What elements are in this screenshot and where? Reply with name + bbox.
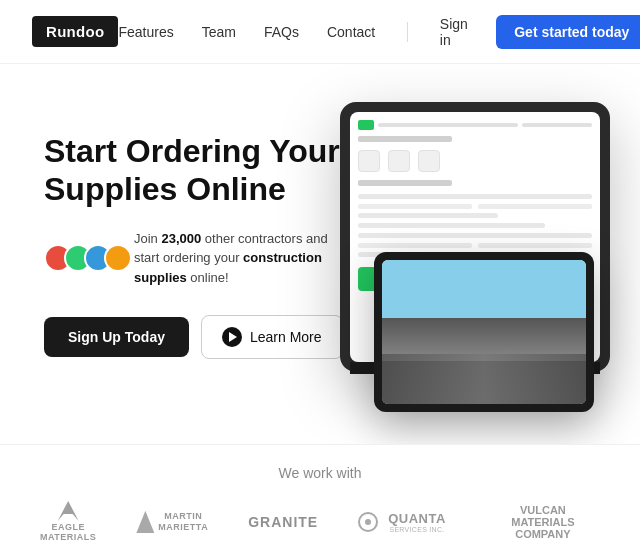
tablet-icon-2 bbox=[388, 150, 410, 172]
tablet-header-line-2 bbox=[522, 123, 592, 127]
hero-section: Start Ordering Your Supplies Online Join… bbox=[0, 64, 640, 444]
tablet-cell-3 bbox=[358, 243, 472, 248]
tablet-icon-3 bbox=[418, 150, 440, 172]
vulcan-logo-text: Vulcan Materials Company bbox=[486, 504, 600, 540]
tablet-icon-1 bbox=[358, 150, 380, 172]
tablet-icons bbox=[358, 150, 592, 172]
quanta-inner-icon bbox=[365, 519, 371, 525]
tablet-line-3 bbox=[358, 223, 545, 228]
partners-section: We work with EagleMaterials MartinMariet… bbox=[0, 444, 640, 558]
tablet-line-4 bbox=[358, 233, 592, 238]
tablet-row-2 bbox=[358, 243, 592, 248]
quanta-sub: SERVICES INC. bbox=[388, 526, 446, 533]
tablet-header bbox=[358, 120, 592, 130]
quanta-logo-icon bbox=[358, 512, 378, 532]
phone-screen bbox=[382, 260, 586, 404]
logo[interactable]: Rundoo bbox=[32, 16, 118, 47]
nav-divider bbox=[407, 22, 408, 42]
partners-label: We work with bbox=[40, 465, 600, 481]
avatars bbox=[44, 244, 124, 272]
partner-martin: MartinMarietta bbox=[136, 511, 208, 533]
tablet-line-1 bbox=[358, 194, 592, 199]
partners-logos: EagleMaterials MartinMarietta GRANITE QU… bbox=[40, 501, 600, 543]
supplies-bold: construction supplies bbox=[134, 250, 322, 285]
eagle-logo-text: EagleMaterials bbox=[40, 523, 96, 543]
contractor-count: 23,000 bbox=[161, 231, 201, 246]
hero-content: Start Ordering Your Supplies Online Join… bbox=[44, 112, 344, 359]
partner-granite: GRANITE bbox=[248, 514, 318, 530]
description-text: Join 23,000 other contractors and start … bbox=[134, 229, 344, 288]
navbar: Rundoo Features Team FAQs Contact Sign i… bbox=[0, 0, 640, 64]
tablet-cell-2 bbox=[478, 204, 592, 209]
partner-quanta: QUANTA SERVICES INC. bbox=[358, 511, 446, 533]
signup-button[interactable]: Sign Up Today bbox=[44, 317, 189, 357]
phone-device bbox=[374, 252, 594, 412]
eagle-logo-icon bbox=[53, 501, 83, 521]
nav-faqs[interactable]: FAQs bbox=[264, 24, 299, 40]
tablet-logo bbox=[358, 120, 374, 130]
hero-devices: Place Order bbox=[364, 102, 600, 422]
tablet-header-line bbox=[378, 123, 518, 127]
quanta-logo-text: QUANTA SERVICES INC. bbox=[388, 511, 446, 533]
granite-logo-text: GRANITE bbox=[248, 514, 318, 530]
tablet-cell-4 bbox=[478, 243, 592, 248]
martin-logo-icon bbox=[136, 511, 154, 533]
hero-title: Start Ordering Your Supplies Online bbox=[44, 132, 344, 209]
avatar-4 bbox=[104, 244, 132, 272]
get-started-button[interactable]: Get started today bbox=[496, 15, 640, 49]
signin-link[interactable]: Sign in bbox=[440, 16, 468, 48]
hero-buttons: Sign Up Today Learn More bbox=[44, 315, 344, 359]
tablet-cell-1 bbox=[358, 204, 472, 209]
play-icon bbox=[222, 327, 242, 347]
learn-more-label: Learn More bbox=[250, 329, 322, 345]
partner-vulcan: Vulcan Materials Company bbox=[486, 504, 600, 540]
hero-description: Join 23,000 other contractors and start … bbox=[44, 229, 344, 288]
nav-links: Features Team FAQs Contact Sign in Get s… bbox=[118, 15, 640, 49]
tablet-line-2 bbox=[358, 213, 498, 218]
phone-image bbox=[382, 260, 586, 404]
nav-contact[interactable]: Contact bbox=[327, 24, 375, 40]
tablet-section-1 bbox=[358, 136, 452, 142]
nav-team[interactable]: Team bbox=[202, 24, 236, 40]
tablet-row-1 bbox=[358, 204, 592, 209]
martin-logo-text: MartinMarietta bbox=[158, 511, 208, 533]
learn-more-button[interactable]: Learn More bbox=[201, 315, 343, 359]
nav-features[interactable]: Features bbox=[118, 24, 173, 40]
tablet-section-2 bbox=[358, 180, 452, 186]
partner-eagle: EagleMaterials bbox=[40, 501, 96, 543]
